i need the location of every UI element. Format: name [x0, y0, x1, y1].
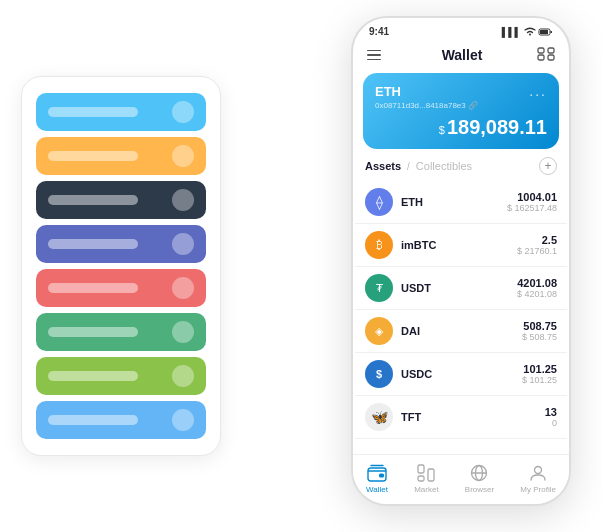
eth-card-name: ETH: [375, 84, 401, 99]
card-row-4[interactable]: [36, 225, 206, 263]
card-icon-7: [172, 365, 194, 387]
card-label-7: [48, 371, 138, 381]
card-row-2[interactable]: [36, 137, 206, 175]
card-row-6[interactable]: [36, 313, 206, 351]
tab-assets[interactable]: Assets: [365, 160, 401, 172]
usdc-icon: $: [365, 360, 393, 388]
card-icon-1: [172, 101, 194, 123]
usdt-usd: $ 4201.08: [517, 289, 557, 299]
card-icon-3: [172, 189, 194, 211]
asset-item-eth[interactable]: ⟠ ETH 1004.01 $ 162517.48: [355, 181, 567, 224]
header-title: Wallet: [442, 47, 483, 63]
card-icon-5: [172, 277, 194, 299]
bottom-nav: Wallet Market: [353, 454, 569, 504]
svg-rect-9: [418, 465, 424, 473]
eth-amount-value: 189,089.11: [447, 116, 547, 138]
wifi-icon: [524, 27, 536, 36]
card-row-1[interactable]: [36, 93, 206, 131]
status-bar: 9:41 ▌▌▌: [353, 18, 569, 41]
eth-card-menu[interactable]: ...: [529, 83, 547, 99]
card-row-8[interactable]: [36, 401, 206, 439]
menu-icon[interactable]: [367, 45, 387, 65]
svg-rect-11: [418, 476, 424, 481]
dai-name: DAI: [401, 325, 522, 337]
card-label-3: [48, 195, 138, 205]
tft-values: 13 0: [545, 406, 557, 428]
svg-rect-6: [548, 55, 554, 60]
svg-rect-5: [538, 55, 544, 60]
svg-rect-3: [538, 48, 544, 53]
card-row-3[interactable]: [36, 181, 206, 219]
tab-collectibles[interactable]: Collectibles: [416, 160, 472, 172]
card-label-6: [48, 327, 138, 337]
eth-currency-symbol: $: [439, 124, 445, 136]
profile-nav-icon: [528, 463, 548, 483]
usdt-amount: 4201.08: [517, 277, 557, 289]
svg-rect-10: [428, 469, 434, 481]
tft-icon: 🦋: [365, 403, 393, 431]
eth-icon: ⟠: [365, 188, 393, 216]
card-row-5[interactable]: [36, 269, 206, 307]
eth-usd: $ 162517.48: [507, 203, 557, 213]
imbtc-usd: $ 21760.1: [517, 246, 557, 256]
dai-values: 508.75 $ 508.75: [522, 320, 557, 342]
usdc-amount: 101.25: [522, 363, 557, 375]
tft-name: TFT: [401, 411, 545, 423]
nav-market-label: Market: [414, 485, 438, 494]
dai-icon: ◈: [365, 317, 393, 345]
status-time: 9:41: [369, 26, 389, 37]
status-icons: ▌▌▌: [502, 27, 553, 37]
card-stack: [21, 76, 221, 456]
browser-nav-icon: [469, 463, 489, 483]
asset-item-imbtc[interactable]: ₿ imBTC 2.5 $ 21760.1: [355, 224, 567, 267]
imbtc-name: imBTC: [401, 239, 517, 251]
card-label-4: [48, 239, 138, 249]
signal-icon: ▌▌▌: [502, 27, 521, 37]
add-asset-button[interactable]: +: [539, 157, 557, 175]
asset-item-tft[interactable]: 🦋 TFT 13 0: [355, 396, 567, 439]
asset-item-dai[interactable]: ◈ DAI 508.75 $ 508.75: [355, 310, 567, 353]
tab-slash: /: [407, 161, 410, 172]
usdt-values: 4201.08 $ 4201.08: [517, 277, 557, 299]
usdc-usd: $ 101.25: [522, 375, 557, 385]
asset-item-usdc[interactable]: $ USDC 101.25 $ 101.25: [355, 353, 567, 396]
imbtc-icon: ₿: [365, 231, 393, 259]
card-icon-6: [172, 321, 194, 343]
imbtc-values: 2.5 $ 21760.1: [517, 234, 557, 256]
scene: 9:41 ▌▌▌ Wallet: [21, 16, 581, 516]
assets-header: Assets / Collectibles +: [353, 157, 569, 181]
nav-market[interactable]: Market: [414, 463, 438, 494]
nav-profile[interactable]: My Profile: [520, 463, 556, 494]
eth-name: ETH: [401, 196, 507, 208]
dai-usd: $ 508.75: [522, 332, 557, 342]
assets-tabs: Assets / Collectibles: [365, 160, 472, 172]
market-nav-icon: [416, 463, 436, 483]
svg-rect-4: [548, 48, 554, 53]
tft-amount: 13: [545, 406, 557, 418]
card-row-7[interactable]: [36, 357, 206, 395]
dai-amount: 508.75: [522, 320, 557, 332]
asset-item-usdt[interactable]: ₮ USDT 4201.08 $ 4201.08: [355, 267, 567, 310]
card-label-8: [48, 415, 138, 425]
svg-rect-2: [551, 31, 553, 33]
card-icon-4: [172, 233, 194, 255]
battery-icon: [539, 28, 553, 36]
nav-browser[interactable]: Browser: [465, 463, 494, 494]
expand-icon[interactable]: [537, 47, 555, 64]
usdt-name: USDT: [401, 282, 517, 294]
asset-list: ⟠ ETH 1004.01 $ 162517.48 ₿ imBTC 2.5 $ …: [353, 181, 569, 454]
nav-profile-label: My Profile: [520, 485, 556, 494]
add-icon: +: [544, 159, 551, 173]
card-label-1: [48, 107, 138, 117]
eth-card[interactable]: ETH ... 0x08711d3d...8418a78e3 🔗 $189,08…: [363, 73, 559, 149]
eth-card-header: ETH ...: [375, 83, 547, 99]
svg-rect-8: [379, 474, 384, 478]
card-label-2: [48, 151, 138, 161]
card-icon-8: [172, 409, 194, 431]
eth-card-address: 0x08711d3d...8418a78e3 🔗: [375, 101, 547, 110]
nav-wallet[interactable]: Wallet: [366, 463, 388, 494]
tft-usd: 0: [545, 418, 557, 428]
usdc-values: 101.25 $ 101.25: [522, 363, 557, 385]
svg-rect-1: [540, 30, 548, 34]
phone-header: Wallet: [353, 41, 569, 73]
